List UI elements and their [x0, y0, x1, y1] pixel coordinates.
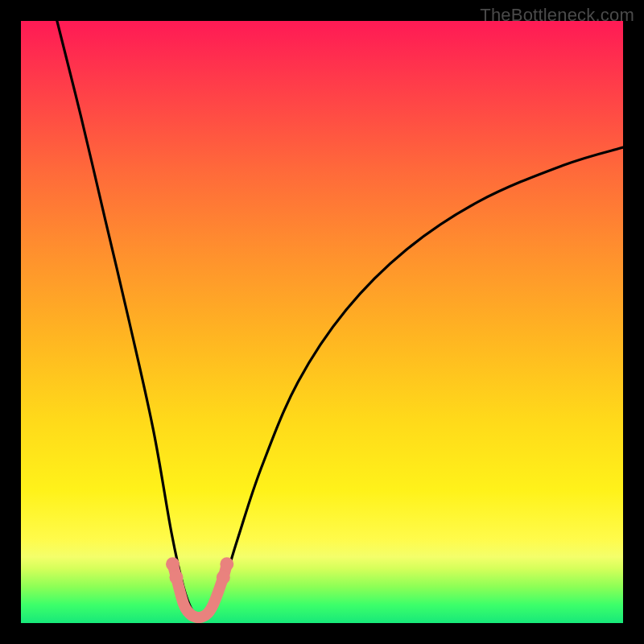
chart-svg	[21, 21, 623, 623]
trough-markers	[166, 557, 233, 617]
trough-dot	[166, 557, 180, 571]
trough-dot	[169, 571, 183, 584]
curve-group	[57, 21, 623, 620]
watermark-text: TheBottleneck.com	[480, 5, 634, 26]
trough-dot	[220, 557, 233, 571]
bottleneck-curve	[57, 21, 623, 620]
chart-plot-area	[21, 21, 623, 623]
trough-dot	[217, 571, 230, 584]
chart-frame: TheBottleneck.com	[0, 0, 644, 644]
